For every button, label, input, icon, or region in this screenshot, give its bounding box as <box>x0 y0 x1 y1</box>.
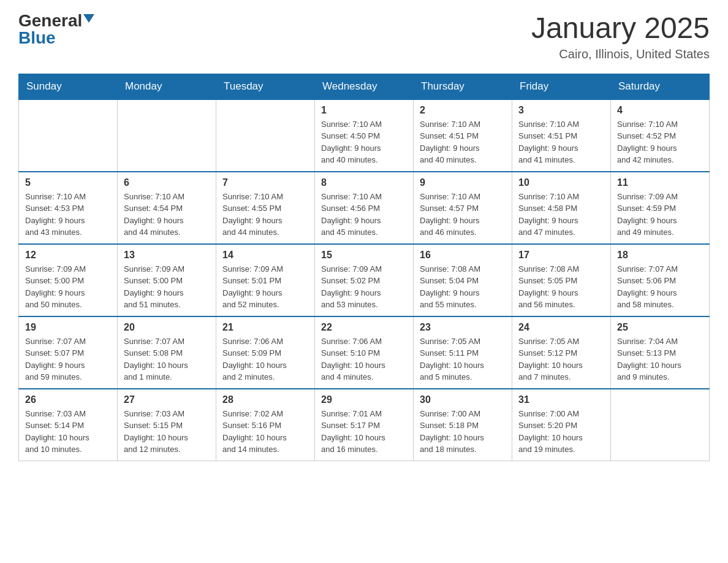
day-info: Sunrise: 7:00 AMSunset: 5:18 PMDaylight:… <box>420 408 506 456</box>
calendar-cell: 3Sunrise: 7:10 AMSunset: 4:51 PMDaylight… <box>512 99 611 172</box>
day-info: Sunrise: 7:08 AMSunset: 5:04 PMDaylight:… <box>420 263 506 311</box>
calendar-header-row: SundayMondayTuesdayWednesdayThursdayFrid… <box>19 74 710 99</box>
day-info: Sunrise: 7:01 AMSunset: 5:17 PMDaylight:… <box>321 408 407 456</box>
day-header-friday: Friday <box>512 74 611 99</box>
day-number: 15 <box>321 250 407 261</box>
day-number: 7 <box>222 177 308 188</box>
calendar-cell: 13Sunrise: 7:09 AMSunset: 5:00 PMDayligh… <box>118 244 216 316</box>
calendar-week-row: 5Sunrise: 7:10 AMSunset: 4:53 PMDaylight… <box>19 172 710 244</box>
day-info: Sunrise: 7:04 AMSunset: 5:13 PMDaylight:… <box>617 335 703 383</box>
day-info: Sunrise: 7:10 AMSunset: 4:57 PMDaylight:… <box>420 191 506 239</box>
calendar-cell <box>118 99 216 172</box>
day-number: 27 <box>124 394 210 405</box>
day-info: Sunrise: 7:10 AMSunset: 4:51 PMDaylight:… <box>420 118 506 166</box>
day-header-thursday: Thursday <box>414 74 512 99</box>
calendar-cell: 23Sunrise: 7:05 AMSunset: 5:11 PMDayligh… <box>414 316 512 389</box>
day-info: Sunrise: 7:07 AMSunset: 5:08 PMDaylight:… <box>124 335 210 383</box>
calendar-cell: 5Sunrise: 7:10 AMSunset: 4:53 PMDaylight… <box>19 172 118 244</box>
day-info: Sunrise: 7:09 AMSunset: 5:02 PMDaylight:… <box>321 263 407 311</box>
day-header-tuesday: Tuesday <box>216 74 315 99</box>
calendar-week-row: 12Sunrise: 7:09 AMSunset: 5:00 PMDayligh… <box>19 244 710 316</box>
day-number: 5 <box>25 177 111 188</box>
logo-blue-text: Blue <box>18 29 56 47</box>
day-info: Sunrise: 7:03 AMSunset: 5:14 PMDaylight:… <box>25 408 111 456</box>
day-number: 19 <box>25 322 111 333</box>
calendar-cell: 27Sunrise: 7:03 AMSunset: 5:15 PMDayligh… <box>118 389 216 461</box>
calendar-cell: 2Sunrise: 7:10 AMSunset: 4:51 PMDaylight… <box>414 99 512 172</box>
calendar-week-row: 26Sunrise: 7:03 AMSunset: 5:14 PMDayligh… <box>19 389 710 461</box>
day-info: Sunrise: 7:10 AMSunset: 4:54 PMDaylight:… <box>124 191 210 239</box>
calendar-cell: 11Sunrise: 7:09 AMSunset: 4:59 PMDayligh… <box>611 172 710 244</box>
calendar-cell <box>19 99 118 172</box>
day-info: Sunrise: 7:10 AMSunset: 4:58 PMDaylight:… <box>518 191 604 239</box>
calendar-cell <box>611 389 710 461</box>
calendar-cell: 1Sunrise: 7:10 AMSunset: 4:50 PMDaylight… <box>315 99 414 172</box>
day-number: 18 <box>617 250 703 261</box>
day-number: 11 <box>617 177 703 188</box>
day-info: Sunrise: 7:06 AMSunset: 5:10 PMDaylight:… <box>321 335 407 383</box>
calendar-cell: 29Sunrise: 7:01 AMSunset: 5:17 PMDayligh… <box>315 389 414 461</box>
day-number: 3 <box>518 105 604 116</box>
day-number: 25 <box>617 322 703 333</box>
calendar-cell: 4Sunrise: 7:10 AMSunset: 4:52 PMDaylight… <box>611 99 710 172</box>
day-number: 13 <box>124 250 210 261</box>
calendar-cell: 19Sunrise: 7:07 AMSunset: 5:07 PMDayligh… <box>19 316 118 389</box>
calendar-cell: 17Sunrise: 7:08 AMSunset: 5:05 PMDayligh… <box>512 244 611 316</box>
day-number: 8 <box>321 177 407 188</box>
calendar-cell: 25Sunrise: 7:04 AMSunset: 5:13 PMDayligh… <box>611 316 710 389</box>
day-header-monday: Monday <box>118 74 216 99</box>
calendar-subtitle: Cairo, Illinois, United States <box>531 47 710 61</box>
day-info: Sunrise: 7:07 AMSunset: 5:07 PMDaylight:… <box>25 335 111 383</box>
day-info: Sunrise: 7:05 AMSunset: 5:11 PMDaylight:… <box>420 335 506 383</box>
day-number: 2 <box>420 105 506 116</box>
day-number: 28 <box>222 394 308 405</box>
calendar-cell: 15Sunrise: 7:09 AMSunset: 5:02 PMDayligh… <box>315 244 414 316</box>
logo: General Blue <box>18 12 94 47</box>
day-number: 21 <box>222 322 308 333</box>
title-block: January 2025 Cairo, Illinois, United Sta… <box>531 12 710 61</box>
day-number: 29 <box>321 394 407 405</box>
day-info: Sunrise: 7:10 AMSunset: 4:56 PMDaylight:… <box>321 191 407 239</box>
day-info: Sunrise: 7:10 AMSunset: 4:52 PMDaylight:… <box>617 118 703 166</box>
calendar-cell: 21Sunrise: 7:06 AMSunset: 5:09 PMDayligh… <box>216 316 315 389</box>
day-info: Sunrise: 7:03 AMSunset: 5:15 PMDaylight:… <box>124 408 210 456</box>
day-number: 10 <box>518 177 604 188</box>
calendar-cell: 30Sunrise: 7:00 AMSunset: 5:18 PMDayligh… <box>414 389 512 461</box>
day-number: 12 <box>25 250 111 261</box>
day-info: Sunrise: 7:09 AMSunset: 5:00 PMDaylight:… <box>25 263 111 311</box>
logo-triangle-icon <box>83 14 94 23</box>
calendar-cell: 6Sunrise: 7:10 AMSunset: 4:54 PMDaylight… <box>118 172 216 244</box>
calendar-cell: 16Sunrise: 7:08 AMSunset: 5:04 PMDayligh… <box>414 244 512 316</box>
day-number: 6 <box>124 177 210 188</box>
day-info: Sunrise: 7:08 AMSunset: 5:05 PMDaylight:… <box>518 263 604 311</box>
day-header-saturday: Saturday <box>611 74 710 99</box>
calendar-cell: 22Sunrise: 7:06 AMSunset: 5:10 PMDayligh… <box>315 316 414 389</box>
day-number: 9 <box>420 177 506 188</box>
calendar-cell <box>216 99 315 172</box>
calendar-cell: 10Sunrise: 7:10 AMSunset: 4:58 PMDayligh… <box>512 172 611 244</box>
calendar-cell: 20Sunrise: 7:07 AMSunset: 5:08 PMDayligh… <box>118 316 216 389</box>
day-info: Sunrise: 7:05 AMSunset: 5:12 PMDaylight:… <box>518 335 604 383</box>
calendar-cell: 18Sunrise: 7:07 AMSunset: 5:06 PMDayligh… <box>611 244 710 316</box>
logo-general-text: General <box>18 12 82 29</box>
day-info: Sunrise: 7:06 AMSunset: 5:09 PMDaylight:… <box>222 335 308 383</box>
calendar-week-row: 1Sunrise: 7:10 AMSunset: 4:50 PMDaylight… <box>19 99 710 172</box>
calendar-cell: 31Sunrise: 7:00 AMSunset: 5:20 PMDayligh… <box>512 389 611 461</box>
page-header: General Blue January 2025 Cairo, Illinoi… <box>18 12 710 61</box>
calendar-cell: 28Sunrise: 7:02 AMSunset: 5:16 PMDayligh… <box>216 389 315 461</box>
day-header-sunday: Sunday <box>19 74 118 99</box>
calendar-cell: 12Sunrise: 7:09 AMSunset: 5:00 PMDayligh… <box>19 244 118 316</box>
calendar-cell: 8Sunrise: 7:10 AMSunset: 4:56 PMDaylight… <box>315 172 414 244</box>
day-number: 26 <box>25 394 111 405</box>
day-number: 30 <box>420 394 506 405</box>
day-info: Sunrise: 7:09 AMSunset: 5:00 PMDaylight:… <box>124 263 210 311</box>
day-number: 24 <box>518 322 604 333</box>
day-info: Sunrise: 7:09 AMSunset: 5:01 PMDaylight:… <box>222 263 308 311</box>
day-info: Sunrise: 7:09 AMSunset: 4:59 PMDaylight:… <box>617 191 703 239</box>
day-info: Sunrise: 7:10 AMSunset: 4:51 PMDaylight:… <box>518 118 604 166</box>
day-info: Sunrise: 7:10 AMSunset: 4:50 PMDaylight:… <box>321 118 407 166</box>
day-number: 23 <box>420 322 506 333</box>
day-number: 14 <box>222 250 308 261</box>
day-number: 20 <box>124 322 210 333</box>
day-info: Sunrise: 7:02 AMSunset: 5:16 PMDaylight:… <box>222 408 308 456</box>
